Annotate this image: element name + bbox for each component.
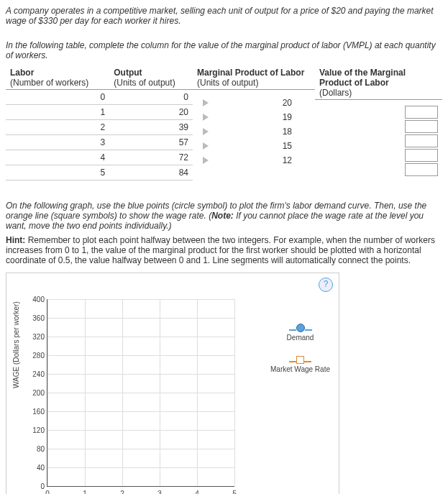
mpl-row: 18 xyxy=(200,124,314,139)
mpl-row: 19 xyxy=(200,110,314,124)
ytick: 240 xyxy=(26,370,45,378)
cell-labor: 1 xyxy=(6,105,109,120)
square-icon xyxy=(296,356,304,364)
ytick: 80 xyxy=(26,445,45,453)
arrow-icon xyxy=(203,114,209,121)
circle-icon xyxy=(296,324,305,332)
graph-panel: ? WAGE (Dollars per worker) 400 360 320 … xyxy=(6,273,339,494)
xtick: 3 xyxy=(157,490,162,494)
mpl-row: 20 xyxy=(200,96,314,110)
hint-text: Hint: Remember to plot each point halfwa… xyxy=(6,235,442,265)
xtick: 0 xyxy=(45,490,50,494)
help-button[interactable]: ? xyxy=(319,278,333,292)
th-labor-sub: (Number of workers) xyxy=(10,78,88,88)
col-output: Output (Units of output) xyxy=(109,66,193,90)
xtick: 5 xyxy=(232,490,237,494)
cell-output: 72 xyxy=(109,150,193,165)
xtick: 4 xyxy=(195,490,199,494)
legend-wage[interactable]: Market Wage Rate xyxy=(270,356,330,373)
mpl-value: 15 xyxy=(283,141,292,151)
table-row: 584 xyxy=(6,165,193,180)
vmpl-input-2[interactable] xyxy=(405,120,438,133)
labor-output-table: Labor (Number of workers) Output (Units … xyxy=(6,66,193,180)
ytick: 0 xyxy=(26,482,45,490)
cell-labor: 5 xyxy=(6,165,109,180)
th-output-sub: (Units of output) xyxy=(114,78,175,88)
vmpl-input-3[interactable] xyxy=(405,134,438,147)
hint-label: Hint: xyxy=(6,235,25,245)
vmpl-input-5[interactable] xyxy=(405,163,438,176)
cell-output: 20 xyxy=(109,105,193,120)
table-row: 00 xyxy=(6,90,193,105)
table-instructions: In the following table, complete the col… xyxy=(6,40,442,60)
legend-demand[interactable]: Demand xyxy=(270,324,330,342)
cell-labor: 4 xyxy=(6,150,109,165)
graph-instructions: On the following graph, use the blue poi… xyxy=(6,201,442,231)
ytick: 40 xyxy=(26,464,45,472)
col-mpl: Marginal Product of Labor (Units of outp… xyxy=(193,66,315,90)
cell-labor: 2 xyxy=(6,120,109,135)
th-vmpl: Value of the Marginal Product of Labor xyxy=(319,68,406,88)
vmpl-input-4[interactable] xyxy=(405,149,438,162)
graph-note-bold: Note: xyxy=(211,211,234,221)
mpl-value: 20 xyxy=(283,98,292,108)
legend: Demand Market Wage Rate xyxy=(270,324,330,388)
mpl-value: 18 xyxy=(283,127,292,137)
arrow-icon xyxy=(203,128,209,135)
y-axis-label: WAGE (Dollars per worker) xyxy=(12,301,20,388)
th-labor: Labor xyxy=(10,68,34,78)
ytick: 280 xyxy=(26,352,45,360)
cell-output: 39 xyxy=(109,120,193,135)
cell-output: 57 xyxy=(109,135,193,150)
mpl-row: 15 xyxy=(200,139,314,153)
ytick: 200 xyxy=(26,389,45,397)
plot-area[interactable]: 400 360 320 280 240 200 160 120 80 40 0 … xyxy=(47,299,234,487)
ytick: 120 xyxy=(26,426,45,434)
cell-labor: 3 xyxy=(6,135,109,150)
ytick: 400 xyxy=(26,296,45,303)
legend-wage-label: Market Wage Rate xyxy=(270,365,330,373)
xtick: 1 xyxy=(83,490,87,494)
mpl-row: 12 xyxy=(200,153,314,168)
th-vmpl-sub: (Dollars) xyxy=(319,88,352,98)
th-output: Output xyxy=(114,68,142,78)
ytick: 360 xyxy=(26,314,45,322)
cell-output: 0 xyxy=(109,90,193,105)
ytick: 320 xyxy=(26,333,45,341)
mpl-value: 19 xyxy=(283,112,292,122)
col-labor: Labor (Number of workers) xyxy=(6,66,109,90)
arrow-icon xyxy=(203,157,209,164)
intro-text: A company operates in a competitive mark… xyxy=(6,6,442,26)
mpl-value: 12 xyxy=(283,155,292,165)
hint-body: Remember to plot each point halfway betw… xyxy=(6,235,435,265)
vmpl-input-1[interactable] xyxy=(405,106,438,119)
cell-labor: 0 xyxy=(6,90,109,105)
col-vmpl: Value of the Marginal Product of Labor (… xyxy=(315,66,442,100)
th-mpl-sub: (Units of output) xyxy=(197,78,258,88)
table-row: 472 xyxy=(6,150,193,165)
cell-output: 84 xyxy=(109,165,193,180)
arrow-icon xyxy=(203,99,209,106)
table-row: 357 xyxy=(6,135,193,150)
arrow-icon xyxy=(203,142,209,150)
table-row: 120 xyxy=(6,105,193,120)
legend-demand-label: Demand xyxy=(287,334,314,342)
table-row: 239 xyxy=(6,120,193,135)
th-mpl: Marginal Product of Labor xyxy=(197,68,304,78)
ytick: 160 xyxy=(26,408,45,416)
xtick: 2 xyxy=(120,490,124,494)
